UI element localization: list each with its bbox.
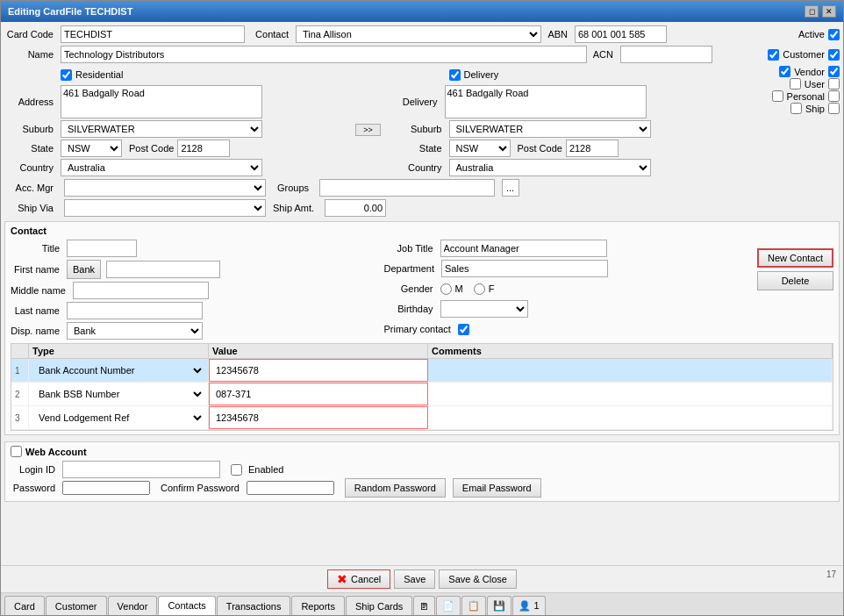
personal-checkbox[interactable] bbox=[772, 90, 783, 102]
copy-address-button[interactable]: >> bbox=[355, 124, 381, 136]
ship-checkbox[interactable] bbox=[790, 103, 802, 114]
delivery-suburb-select[interactable]: SILVERWATER bbox=[449, 120, 651, 138]
delivery-post-code-input[interactable]: 2128 bbox=[566, 140, 619, 157]
tab-contacts[interactable]: Contacts bbox=[158, 596, 215, 615]
value-input-2[interactable] bbox=[213, 385, 424, 403]
residential-checkbox[interactable] bbox=[61, 69, 72, 81]
tab-vendor[interactable]: Vendor bbox=[108, 596, 158, 615]
disp-name-select[interactable]: Bank bbox=[67, 322, 203, 340]
user-check2[interactable] bbox=[828, 78, 840, 90]
primary-contact-row: Primary contact bbox=[384, 320, 751, 338]
post-code-input[interactable]: 2128 bbox=[177, 140, 230, 157]
password-label: Password bbox=[11, 483, 59, 493]
contact-select[interactable]: Tina Allison bbox=[296, 25, 541, 43]
page-number: 17 bbox=[826, 569, 836, 579]
title-input[interactable] bbox=[67, 240, 137, 257]
gender-m-radio[interactable] bbox=[440, 283, 452, 295]
tab-customer[interactable]: Customer bbox=[46, 596, 107, 615]
tab-ship-cards[interactable]: Ship Cards bbox=[346, 596, 412, 615]
enabled-label: Enabled bbox=[248, 464, 283, 475]
primary-contact-label: Primary contact bbox=[384, 324, 454, 334]
table-row: 3 Vend Lodgement Ref bbox=[11, 406, 833, 430]
enabled-checkbox[interactable] bbox=[231, 464, 242, 476]
last-name-row: Last name bbox=[11, 302, 377, 319]
first-name-button[interactable]: Bank bbox=[67, 260, 101, 279]
new-contact-button[interactable]: New Contact bbox=[757, 248, 833, 268]
password-input[interactable] bbox=[62, 481, 150, 495]
tab-icon-2[interactable]: 📄 bbox=[436, 596, 461, 615]
vendor-checkbox[interactable] bbox=[779, 66, 790, 77]
birthday-row: Birthday bbox=[384, 300, 751, 318]
save-close-button[interactable]: Save & Close bbox=[439, 569, 517, 589]
value-input-3[interactable] bbox=[213, 409, 424, 426]
tab-icon-3[interactable]: 📋 bbox=[461, 596, 486, 615]
save-button[interactable]: Save bbox=[394, 569, 435, 589]
type-select-2[interactable]: Bank BSB Number bbox=[32, 385, 204, 403]
confirm-password-input[interactable] bbox=[247, 481, 334, 495]
tab-icon-1[interactable]: 🖹 bbox=[413, 596, 435, 615]
name-label: Name bbox=[4, 49, 57, 60]
personal-check2[interactable] bbox=[828, 90, 840, 102]
acc-mgr-select[interactable] bbox=[64, 179, 266, 197]
tab-reports[interactable]: Reports bbox=[291, 596, 345, 615]
delivery-country-select[interactable]: Australia bbox=[449, 159, 651, 176]
tab-customer-label: Customer bbox=[55, 601, 97, 612]
job-title-label: Job Title bbox=[384, 243, 437, 254]
card-code-label: Card Code bbox=[4, 29, 57, 39]
delete-button[interactable]: Delete bbox=[757, 271, 833, 290]
last-name-input[interactable] bbox=[67, 302, 203, 319]
password-row: Password Confirm Password Random Passwor… bbox=[11, 478, 833, 498]
login-id-input[interactable] bbox=[62, 461, 220, 478]
email-password-button[interactable]: Email Password bbox=[453, 478, 541, 498]
gender-f-radio[interactable] bbox=[474, 283, 485, 295]
tab-icon-5[interactable]: 👤 1 bbox=[512, 596, 545, 615]
abn-label: ABN bbox=[545, 29, 571, 39]
random-password-button[interactable]: Random Password bbox=[345, 478, 446, 498]
middle-name-row: Middle name bbox=[11, 282, 377, 299]
delivery-address-textarea[interactable]: 461 Badgally Road bbox=[445, 85, 647, 118]
user-checkbox[interactable] bbox=[790, 78, 801, 90]
suburb-row: Suburb SILVERWATER bbox=[4, 120, 344, 138]
close-button[interactable]: ✕ bbox=[822, 5, 836, 18]
abn-input[interactable]: 68 001 001 585 bbox=[575, 25, 667, 43]
vendor-check2[interactable] bbox=[828, 66, 840, 77]
acn-input[interactable] bbox=[620, 46, 712, 63]
delivery-checkbox[interactable] bbox=[449, 69, 461, 81]
tab-transactions[interactable]: Transactions bbox=[217, 596, 291, 615]
gender-row: Gender M F bbox=[384, 280, 751, 297]
tab-icon-4[interactable]: 💾 bbox=[487, 596, 511, 615]
web-account-checkbox[interactable] bbox=[11, 446, 22, 457]
tab-contacts-label: Contacts bbox=[168, 600, 205, 611]
customer-checkbox[interactable] bbox=[768, 49, 779, 61]
groups-input[interactable] bbox=[319, 179, 495, 197]
disp-name-row: Disp. name Bank bbox=[11, 322, 377, 340]
bottom-buttons: ✖ Cancel Save Save & Close 17 bbox=[1, 565, 843, 592]
ship-amt-input[interactable]: 0.00 bbox=[325, 199, 386, 217]
tab-card[interactable]: Card bbox=[4, 596, 45, 615]
restore-button[interactable]: ◻ bbox=[805, 5, 819, 18]
residential-header: Residential bbox=[4, 66, 344, 83]
address-textarea[interactable]: 461 Badgally Road bbox=[61, 85, 262, 118]
cancel-button[interactable]: ✖ Cancel bbox=[327, 569, 390, 589]
middle-name-input[interactable] bbox=[73, 282, 209, 299]
right-checkboxes: Vendor User Personal Ship bbox=[739, 66, 840, 176]
card-code-input[interactable]: TECHDIST bbox=[61, 25, 245, 43]
value-input-1[interactable] bbox=[213, 362, 424, 379]
ship-via-select[interactable] bbox=[64, 199, 266, 217]
job-title-input[interactable]: Account Manager bbox=[440, 240, 607, 257]
groups-dots-button[interactable]: ... bbox=[502, 179, 519, 197]
ship-check2[interactable] bbox=[828, 103, 840, 114]
suburb-select[interactable]: SILVERWATER bbox=[61, 120, 262, 138]
country-select[interactable]: Australia bbox=[61, 159, 262, 176]
active-checkbox[interactable] bbox=[828, 29, 840, 40]
birthday-select[interactable] bbox=[440, 300, 528, 318]
type-select-3[interactable]: Vend Lodgement Ref bbox=[32, 409, 204, 426]
type-select-1[interactable]: Bank Account Number bbox=[32, 362, 204, 379]
delivery-state-select[interactable]: NSW bbox=[449, 140, 511, 157]
primary-contact-checkbox[interactable] bbox=[458, 324, 469, 335]
state-select[interactable]: NSW bbox=[61, 140, 122, 157]
customer-check2[interactable] bbox=[828, 49, 840, 61]
first-name-input[interactable] bbox=[106, 261, 220, 278]
name-input[interactable]: Technology Distributors bbox=[61, 46, 587, 63]
department-input[interactable]: Sales bbox=[441, 260, 608, 277]
